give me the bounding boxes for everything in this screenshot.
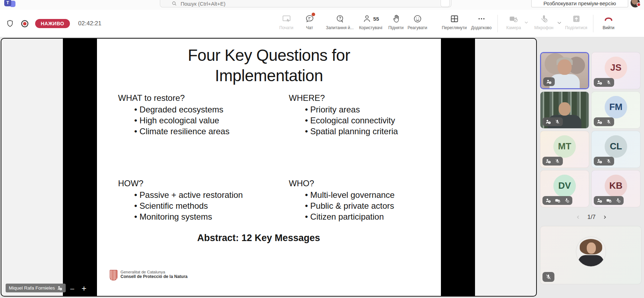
chat-icon [305,13,314,24]
react-button[interactable]: Реагувати [403,13,431,30]
page-indicator: 1/7 [587,214,596,221]
qa-button[interactable]: Запитання й... [326,13,354,30]
mic-muted-icon [545,274,552,280]
shared-screen-window: Four Key Questions for Implementation WH… [1,38,537,297]
partial-toolbar-button[interactable] [441,0,450,7]
camera-chevron-icon[interactable] [523,20,529,25]
mic-button[interactable]: Мікрофон [530,13,558,30]
shield-icon [6,19,14,28]
mic-muted-icon [606,80,611,85]
mic-chevron-icon[interactable] [556,20,562,26]
page-next-icon[interactable] [602,214,607,220]
react-smiley-icon [413,13,422,24]
slide-section-heading: WHAT to restore? [118,93,185,103]
view-grid-icon [450,13,459,24]
mic-muted-icon [555,158,560,164]
qa-icon [335,13,345,24]
presentation-slide: Four Key Questions for Implementation WH… [97,39,441,296]
view-button[interactable]: Переглянути [440,13,468,30]
letterbox-bar [63,39,97,296]
participant-tile-KB[interactable]: KB [591,170,640,207]
tile-badges [594,157,614,166]
tile-badges [542,117,563,126]
tile-badges [542,272,554,282]
participant-initials: FM [605,96,627,118]
attendee-info-icon [597,80,603,85]
participant-initials: JS [605,57,627,79]
slide-abstract-line: Abstract: 12 Key Messages [97,233,420,244]
participant-initials: MT [553,135,576,158]
mic-muted-icon [606,158,611,164]
more-button[interactable]: Додатково [467,13,495,30]
svg-text:?: ? [549,200,550,202]
more-icon [477,13,486,24]
attendee-info-icon [545,119,551,124]
mic-off-icon [616,198,621,203]
slide-title-line1: Four Key Questions for [97,46,441,65]
mic-off-icon [539,13,549,24]
participant-tile-video[interactable] [540,91,589,129]
participant-tile-video-speaker[interactable] [540,52,589,89]
unlock-premium-button[interactable]: Розблокувати преміум-версію [531,0,628,7]
participant-tile-avatar[interactable] [540,226,642,284]
zoom-in-button[interactable]: + [82,284,86,293]
mic-off-icon [564,198,570,203]
camera-off-icon [555,198,561,203]
zoom-out-button[interactable]: – [70,284,74,293]
tile-badges [543,77,555,86]
tile-pagination: 1/7 [539,212,644,222]
mic-muted-icon [555,119,560,124]
attendee-info-icon [597,158,603,164]
attendee-info-icon [597,119,603,124]
participant-tile-FM[interactable]: FM [591,91,640,129]
people-icon [362,14,372,24]
chat-button[interactable]: Чат [295,13,324,30]
participants-panel: JS FM MT [539,37,644,298]
organization-logo: Generalitat de Catalunya Consell de Prot… [110,270,188,280]
raise-hand-icon [391,13,401,24]
hang-up-icon [603,13,614,24]
window-top-bar: T Розблокувати преміум-версію [0,0,644,10]
tile-badges [594,78,614,87]
tile-badges [542,157,563,166]
tile-badges [594,196,624,205]
slide-bullet-list: Multi-level governance Public & private … [305,189,395,222]
participant-initials: KB [605,175,627,197]
slide-section-heading: WHERE? [289,93,325,103]
slide-bullet-list: Passive + active restoration Scientific … [134,189,243,222]
participant-tile-JS[interactable]: JS [591,52,640,89]
account-avatar[interactable] [630,0,640,8]
share-button[interactable]: Поділитися [562,13,590,30]
attendee-info-icon [597,198,603,203]
participant-tile-MT[interactable]: MT [540,131,589,168]
attendee-info-icon [57,285,63,291]
presence-dot [637,2,641,7]
attendee-info-icon [546,79,552,84]
participant-photo-avatar [576,237,606,266]
live-badge: НАЖИВО [35,19,70,28]
meeting-toolbar: НАЖИВО 02:42:21 Почати Чат Запитання й..… [0,10,644,37]
catalunya-shield-icon [110,270,117,280]
record-icon [20,19,30,28]
tile-badges: ? [542,196,572,205]
share-up-icon [572,13,581,24]
search-icon [171,1,177,6]
slide-section-heading: HOW? [118,179,143,188]
slide-section-heading: WHO? [289,179,314,188]
slide-bullet-list: Degraded ecosystems High ecological valu… [134,104,229,137]
page-prev-icon[interactable] [575,214,581,220]
participant-initials: DV [553,175,576,197]
participant-tile-CL[interactable]: CL [591,131,640,168]
search-box[interactable] [160,0,451,7]
participant-initials: CL [605,135,627,158]
participant-tile-DV[interactable]: DV ? [540,170,589,207]
participants-button[interactable]: 55 Користувачі [357,13,385,30]
camera-off-icon [508,13,519,24]
leave-button[interactable]: Вийти [594,13,623,30]
search-input[interactable] [181,1,427,7]
mic-muted-icon [606,119,611,124]
slide-title-line2: Implementation [97,66,441,85]
slide-bullet-list: Priority areas Ecological connectivity S… [305,104,398,137]
meeting-timer: 02:42:21 [78,20,102,27]
chat-notification-dot [312,13,315,16]
